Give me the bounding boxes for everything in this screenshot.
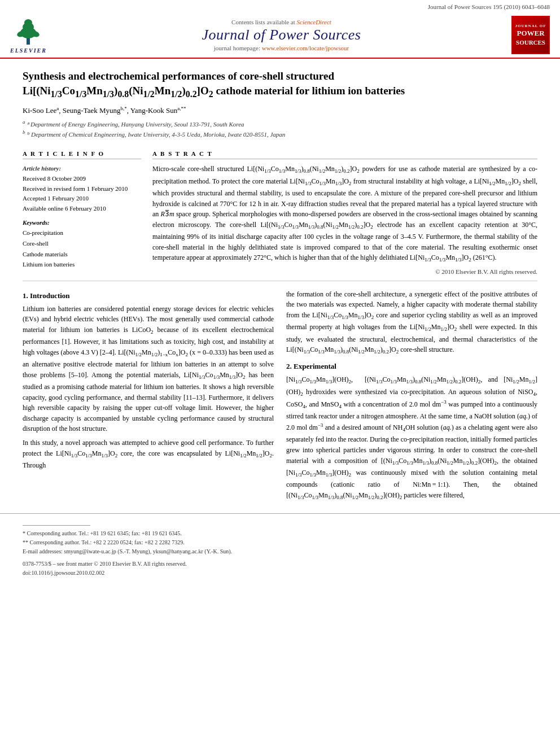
homepage-url[interactable]: www.elsevier.com/locate/jpowsour (262, 45, 349, 51)
article-info-col: A R T I C L E I N F O Article history: R… (23, 150, 141, 274)
footnote-email: E-mail addresses: smyung@iwate-u.ac.jp (… (23, 547, 537, 556)
sciencedirect-line: Contents lists available at ScienceDirec… (51, 19, 511, 25)
doi-line: doi:10.1016/j.jpowsour.2010.02.002 (23, 569, 537, 578)
journal-ref: Journal of Power Sources 195 (2010) 6043… (428, 3, 550, 10)
experimental-text: [Ni1/3Co1/3Mn1/3](OH)2, [(Ni1/3Co1/3Mn1/… (286, 374, 537, 502)
intro-heading: 1. Introduction (23, 291, 274, 300)
abstract-text: Micro-scale core-shell structured Li[(Ni… (152, 164, 537, 264)
keyword-4: Lithium ion batteries (23, 259, 141, 270)
accepted-date: Accepted 1 February 2010 (23, 194, 141, 204)
footnote-star1: * Corresponding author. Tel.: +81 19 621… (23, 529, 537, 538)
article-title-section: Synthesis and electrochemical performanc… (0, 59, 560, 139)
intro-text: Lithium ion batteries are considered pot… (23, 304, 274, 471)
footnote-star2: ** Corresponding author. Tel.: +82 2 222… (23, 538, 537, 547)
body-right-col: the formation of the core-shell architec… (286, 289, 537, 505)
experimental-heading: 2. Experimental (286, 362, 537, 371)
keywords-list: Co-precipitation Core-shell Cathode mate… (23, 228, 141, 270)
footnote-separator (23, 525, 90, 526)
journal-ref-bar: Journal of Power Sources 195 (2010) 6043… (0, 0, 560, 11)
sciencedirect-link[interactable]: ScienceDirect (297, 19, 331, 25)
article-info-abstract: A R T I C L E I N F O Article history: R… (0, 145, 560, 274)
intro-continuation: the formation of the core-shell architec… (286, 289, 537, 357)
journal-header: ELSEVIER Contents lists available at Sci… (0, 11, 560, 59)
elsevier-text: ELSEVIER (10, 47, 47, 54)
article-title: Synthesis and electrochemical performanc… (23, 69, 537, 100)
elsevier-tree-icon (11, 17, 45, 46)
intro-para1: Lithium ion batteries are considered pot… (23, 304, 274, 434)
revised-date: Received in revised form 1 February 2010 (23, 184, 141, 194)
logo-sources: SOURCES (516, 38, 545, 46)
footer: * Corresponding author. Tel.: +81 19 621… (0, 513, 560, 581)
logo-power: POWER (517, 29, 544, 38)
svg-point-3 (24, 19, 32, 26)
article-info-header: A R T I C L E I N F O (23, 150, 141, 159)
header-center: Contents lists available at ScienceDirec… (51, 19, 511, 51)
journal-homepage: journal homepage: www.elsevier.com/locat… (51, 45, 511, 51)
journal-title: Journal of Power Sources (51, 27, 511, 43)
keywords-label: Keywords: (23, 219, 141, 226)
elsevier-logo: ELSEVIER (10, 17, 47, 54)
exp-para1: [Ni1/3Co1/3Mn1/3](OH)2, [(Ni1/3Co1/3Mn1/… (286, 374, 537, 502)
abstract-header: A B S T R A C T (152, 150, 537, 159)
page: Journal of Power Sources 195 (2010) 6043… (0, 0, 560, 747)
keyword-2: Core-shell (23, 238, 141, 249)
online-date: Available online 6 February 2010 (23, 204, 141, 214)
article-history: Article history: Received 8 October 2009… (23, 164, 141, 213)
keyword-1: Co-precipitation (23, 228, 141, 238)
authors: Ki-Soo Leea, Seung-Taek Myungb,*, Yang-K… (23, 106, 537, 115)
history-label: Article history: (23, 164, 141, 174)
intro-para2: In this study, a novel approach was atte… (23, 438, 274, 471)
received-date: Received 8 October 2009 (23, 174, 141, 184)
intro-cont-para1: the formation of the core-shell architec… (286, 289, 537, 357)
issn-line: 0378-7753/$ – see front matter © 2010 El… (23, 560, 537, 569)
abstract-col: A B S T R A C T Micro-scale core-shell s… (152, 150, 537, 274)
copyright-line: © 2010 Elsevier B.V. All rights reserved… (152, 268, 537, 275)
affiliations: a ᵃ Department of Energy Engineering, Ha… (23, 119, 537, 139)
journal-logo-box: JOURNAL OF POWER SOURCES (511, 16, 550, 54)
keyword-3: Cathode materials (23, 249, 141, 260)
body-section: 1. Introduction Lithium ion batteries ar… (0, 281, 560, 505)
body-left-col: 1. Introduction Lithium ion batteries ar… (23, 289, 274, 505)
